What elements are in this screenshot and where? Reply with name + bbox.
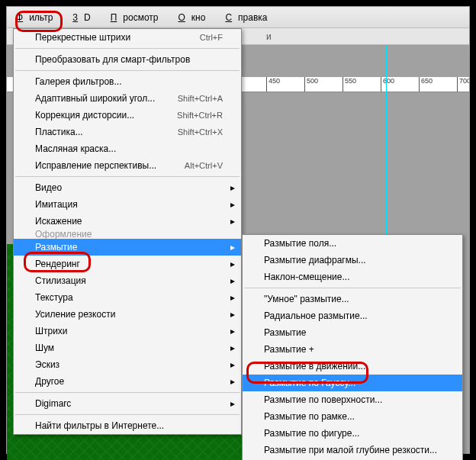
menubar: Фильтр 3D Просмотр Окно Справка xyxy=(7,7,469,28)
menu-3d[interactable]: 3D xyxy=(66,10,102,25)
menu-item-motion-blur[interactable]: Размытие в движении... xyxy=(243,358,462,375)
ruler-tick: 450 xyxy=(266,77,280,92)
menu-item-surface-blur[interactable]: Размытие по поверхности... xyxy=(243,391,462,408)
menu-item-sketch[interactable]: Эскиз▸ xyxy=(14,356,241,373)
menu-item-shape-blur[interactable]: Размытие по фигуре... xyxy=(243,425,462,442)
menu-item-noise[interactable]: Шум▸ xyxy=(14,339,241,356)
menu-help[interactable]: Справка xyxy=(219,10,279,25)
menu-item-vanishing-point[interactable]: Исправление перспективы...Alt+Ctrl+V xyxy=(14,157,241,174)
menu-item-distort[interactable]: Искажение▸ xyxy=(14,213,241,230)
ruler-tick: 650 xyxy=(419,77,433,92)
ruler-tick: 550 xyxy=(343,77,356,92)
menu-item-stylize[interactable]: Стилизация▸ xyxy=(14,272,241,289)
menu-item-imitation[interactable]: Имитация▸ xyxy=(14,196,241,213)
menu-item-filter-gallery[interactable]: Галерея фильтров... xyxy=(14,73,241,90)
filter-menu: Перекрестные штрихиCtrl+F Преобразовать … xyxy=(13,28,242,435)
menu-window[interactable]: Окно xyxy=(172,10,218,25)
menu-item-radial-blur[interactable]: Радиальное размытие... xyxy=(243,307,462,324)
ruler-tick: 700 xyxy=(457,77,469,92)
menu-item-truncated[interactable]: Оформление xyxy=(14,230,241,239)
ruler-tick: 500 xyxy=(304,77,318,92)
menu-item-gaussian-blur[interactable]: Размытие по Гауссу... xyxy=(243,375,462,391)
menu-item-blur-more[interactable]: Размытие + xyxy=(243,341,462,358)
menu-item-sharpen[interactable]: Усиление резкости▸ xyxy=(14,306,241,323)
menu-item-field-blur[interactable]: Размытие поля... xyxy=(243,235,462,252)
menu-item-convert-smart[interactable]: Преобразовать для смарт-фильтров xyxy=(14,51,241,68)
menu-item-blur[interactable]: Размытие xyxy=(243,324,462,341)
menu-filter[interactable]: Фильтр xyxy=(10,10,65,25)
menu-item-other[interactable]: Другое▸ xyxy=(14,373,241,390)
menu-item-lens-blur[interactable]: Размытие при малой глубине резкости... xyxy=(243,442,462,458)
menu-item-iris-blur[interactable]: Размытие диафрагмы... xyxy=(243,252,462,269)
blur-submenu: Размытие поля... Размытие диафрагмы... Н… xyxy=(242,234,463,460)
menu-item-tilt-shift[interactable]: Наклон-смещение... xyxy=(243,269,462,285)
menu-item-last-filter[interactable]: Перекрестные штрихиCtrl+F xyxy=(14,29,241,46)
ruler-tick: 600 xyxy=(381,77,394,92)
menu-view[interactable]: Просмотр xyxy=(105,10,171,25)
menu-item-strokes[interactable]: Штрихи▸ xyxy=(14,323,241,339)
menu-item-adaptive-wide-angle[interactable]: Адаптивный широкий угол...Shift+Ctrl+A xyxy=(14,90,241,107)
menu-item-smart-blur[interactable]: "Умное" размытие... xyxy=(243,291,462,307)
menu-item-blur[interactable]: Размытие▸ xyxy=(14,239,241,256)
menu-item-browse-filters[interactable]: Найти фильтры в Интернете... xyxy=(14,417,241,434)
menu-item-texture[interactable]: Текстура▸ xyxy=(14,289,241,306)
menu-item-oil-paint[interactable]: Масляная краска... xyxy=(14,140,241,157)
menu-item-box-blur[interactable]: Размытие по рамке... xyxy=(243,408,462,425)
menu-item-video[interactable]: Видео▸ xyxy=(14,179,241,196)
menu-item-liquify[interactable]: Пластика...Shift+Ctrl+X xyxy=(14,124,241,140)
menu-item-digimarc[interactable]: Digimarc▸ xyxy=(14,395,241,412)
menu-item-lens-correction[interactable]: Коррекция дисторсии...Shift+Ctrl+R xyxy=(14,107,241,124)
menu-item-render[interactable]: Рендеринг▸ xyxy=(14,256,241,272)
